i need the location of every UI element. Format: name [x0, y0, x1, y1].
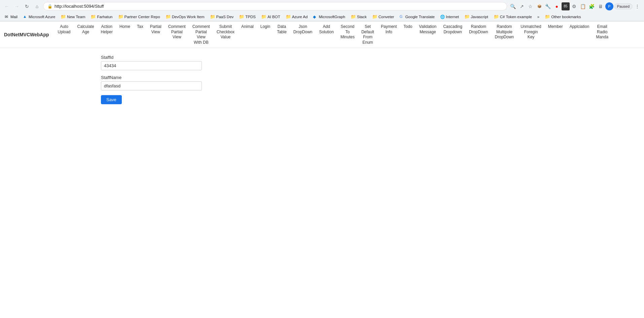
window-btn[interactable]: 🖥	[597, 2, 605, 10]
extension-btn-5[interactable]: 📋	[579, 2, 587, 10]
extension-btn-3[interactable]: 85	[562, 2, 570, 10]
staffname-group: StaffName	[101, 75, 543, 90]
nav-json-dropdown[interactable]: JsonDropDown	[290, 22, 316, 37]
folder-icon-9: 📁	[351, 14, 356, 19]
nav-second-to-minutes[interactable]: SecondToMinutes	[337, 22, 358, 43]
bookmark-partner-center[interactable]: 📁 Partner Center Repo	[116, 13, 162, 20]
extension-btn-4[interactable]: ⚙	[570, 2, 578, 10]
bookmark-google-translate-label: Google Translate	[405, 15, 435, 19]
bookmark-csharp-token[interactable]: 📁 C# Token example	[492, 13, 534, 20]
nav-random-dropdown[interactable]: RandomDropDown	[466, 22, 492, 37]
bookmark-devops[interactable]: 📁 DevOps Work Item	[164, 13, 207, 20]
mail-icon: ✉	[5, 14, 9, 19]
bookmark-paas[interactable]: 📁 PaaS Dev	[208, 13, 236, 20]
folder-icon-5: 📁	[210, 14, 215, 19]
extension-btn-2[interactable]: 🔧	[544, 2, 552, 10]
extensions-btn[interactable]: 🧩	[588, 2, 596, 10]
bookmark-javascript[interactable]: 📁 Javascript	[462, 13, 490, 20]
bookmark-other-label: Other bookmarks	[551, 15, 581, 19]
home-button[interactable]: ⌂	[33, 2, 41, 10]
bookmark-new-team[interactable]: 📁 New Team	[59, 13, 87, 20]
url-text: http://localhost:5094/Stuff	[55, 4, 503, 9]
folder-icon-10: 📁	[372, 14, 378, 19]
bookmark-mail[interactable]: ✉ Mail	[3, 14, 20, 20]
search-button[interactable]: 🔍	[509, 2, 517, 10]
nav-data-table[interactable]: DataTable	[274, 22, 290, 37]
nav-validation-message[interactable]: ValidationMessage	[416, 22, 440, 37]
azure-icon: ▲	[23, 14, 28, 19]
nav-add-solution[interactable]: AddSolution	[316, 22, 337, 37]
nav-email-radio[interactable]: EmailRadioManda	[593, 22, 612, 43]
nav-payment-info[interactable]: PaymentInfo	[378, 22, 400, 37]
nav-auto-upload[interactable]: AutoUpload	[55, 22, 74, 37]
forward-button[interactable]: →	[13, 2, 21, 10]
bookmark-ai-bot-label: AI BOT	[267, 15, 280, 19]
folder-icon-12: 📁	[494, 14, 499, 19]
paused-label: Paused	[617, 4, 630, 8]
bookmark-azure-ad[interactable]: 📁 Azure Ad	[284, 13, 310, 20]
profile-avatar[interactable]: P	[605, 2, 613, 10]
nav-brand[interactable]: DotNetMVCWebApp	[4, 29, 55, 41]
refresh-button[interactable]: ↻	[23, 2, 31, 10]
bookmark-conveter[interactable]: 📁 Conveter	[370, 13, 396, 20]
more-bookmarks-btn[interactable]: »	[535, 14, 541, 19]
bookmark-farhatun[interactable]: 📁 Farhatun	[88, 13, 114, 20]
nav-unmatched-foreign[interactable]: UnmatchedForeginKey	[517, 22, 544, 43]
bookmark-msgraph-label: MicrosoftGraph	[319, 15, 345, 19]
nav-calculate-age[interactable]: CalculateAge	[74, 22, 98, 37]
bookmark-devops-label: DevOps Work Item	[172, 15, 205, 19]
bookmark-tpds-label: TPDS	[245, 15, 256, 19]
nav-cascading-dropdown[interactable]: CascadingDropdown	[440, 22, 466, 37]
bookmark-internet-label: Internet	[446, 15, 459, 19]
nav-home[interactable]: Home	[116, 22, 134, 32]
nav-partial-view[interactable]: PartialView	[147, 22, 165, 37]
nav-todo[interactable]: Todo	[400, 22, 416, 32]
folder-icon-6: 📁	[239, 14, 244, 19]
bookmark-paas-label: PaaS Dev	[216, 15, 234, 19]
globe-icon: 🌐	[440, 14, 445, 19]
extension-btn-1[interactable]: 📦	[535, 2, 543, 10]
folder-icon-other: 📁	[545, 14, 550, 19]
paused-badge[interactable]: Paused	[614, 3, 633, 9]
staffid-input[interactable]	[101, 61, 202, 70]
nav-tax[interactable]: Tax	[134, 22, 147, 32]
bookmark-farhatun-label: Farhatun	[97, 15, 112, 19]
bookmark-internet[interactable]: 🌐 Internet	[438, 14, 461, 20]
folder-icon-11: 📁	[464, 14, 470, 19]
bookmark-ai-bot[interactable]: 📁 AI BOT	[259, 13, 282, 20]
nav-set-default-enum[interactable]: SetDefaultFromEnum	[358, 22, 378, 48]
translate-icon: G	[399, 14, 404, 19]
nav-login[interactable]: Login	[257, 22, 274, 32]
nav-random-multipole[interactable]: RandomMultipoleDropDown	[492, 22, 517, 43]
nav-comment-partial-db[interactable]: CommentPartialViewWith DB	[189, 22, 213, 48]
main-content: StaffId StaffName Save	[0, 48, 644, 111]
bookmark-button[interactable]: ☆	[527, 2, 535, 10]
address-bar[interactable]: 🔒 http://localhost:5094/Stuff	[43, 2, 507, 10]
bookmark-tpds[interactable]: 📁 TPDS	[237, 13, 258, 20]
menu-button[interactable]: ⋮	[633, 2, 641, 10]
nav-member[interactable]: Member	[545, 22, 566, 32]
staffid-label: StaffId	[101, 55, 543, 60]
bookmark-azure-label: Microsoft Azure	[29, 15, 55, 19]
staffname-label: StaffName	[101, 75, 543, 80]
lastpass-btn[interactable]: ●	[553, 2, 561, 10]
staffname-input[interactable]	[101, 81, 202, 90]
bookmark-stack[interactable]: 📁 Stack	[349, 13, 369, 20]
folder-icon-7: 📁	[261, 14, 266, 19]
browser-toolbar: ← → ↻ ⌂ 🔒 http://localhost:5094/Stuff 🔍 …	[0, 0, 644, 12]
bookmark-google-translate[interactable]: G Google Translate	[397, 14, 437, 20]
nav-action-helper[interactable]: ActionHelper	[98, 22, 116, 37]
save-button[interactable]: Save	[101, 95, 122, 104]
nav-animal[interactable]: Animal	[238, 22, 257, 32]
bookmark-msgraph[interactable]: ◆ MicrosoftGraph	[311, 14, 347, 20]
share-button[interactable]: ↗	[518, 2, 526, 10]
folder-icon-4: 📁	[166, 14, 171, 19]
bookmark-other[interactable]: 📁 Other bookmarks	[543, 13, 583, 20]
bookmark-azure[interactable]: ▲ Microsoft Azure	[21, 14, 57, 20]
bookmark-new-team-label: New Team	[67, 15, 85, 19]
nav-application[interactable]: Applciation	[566, 22, 593, 32]
staffid-group: StaffId	[101, 55, 543, 70]
back-button[interactable]: ←	[3, 2, 11, 10]
nav-comment-partial[interactable]: CommentPartialView	[165, 22, 189, 43]
nav-submit-checkbox[interactable]: SubmitCheckboxValue	[213, 22, 238, 43]
